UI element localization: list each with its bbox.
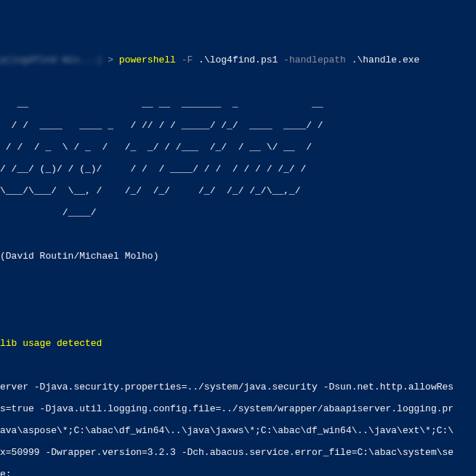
authors-line: (David Routin/Michael Molho) — [0, 251, 476, 262]
cmd-flag2: -handlepath — [278, 55, 351, 65]
ascii-banner-3: / / / _ \ / _ / /_ _/ / /___ /_/ / __ \/… — [0, 142, 476, 153]
prompt-arrow: > — [102, 55, 118, 65]
cmd-arg2: .\handle.exe — [352, 55, 420, 65]
ascii-banner-1: __ __ __ _______ _ __ — [0, 98, 476, 109]
proc-line: x=50999 -Dwrapper.version=3.2.3 -Dch.aba… — [0, 447, 476, 458]
prompt-line[interactable]: p(log4find Win...) > powershell -F .\log… — [0, 55, 476, 65]
ascii-banner-6: /____/ — [0, 207, 476, 218]
cmd-arg1: .\log4find.ps1 — [198, 55, 278, 65]
ascii-banner-4: / /__/ (_)/ / (_)/ / / / ____/ / / / / /… — [0, 164, 476, 174]
cmd-flag1: -F — [176, 55, 198, 65]
proc-line: ava\aspose\*;C:\abac\df_win64\..\java\ja… — [0, 425, 476, 436]
proc-line: erver -Djava.security.properties=../syst… — [0, 382, 476, 392]
ascii-banner-2: / / ____ ____ _ / // / / _____/ /_/ ____… — [0, 120, 476, 131]
proc-line: s=true -Djava.util.logging.config.file=.… — [0, 403, 476, 414]
cmd-name: powershell — [119, 55, 176, 65]
proc-line: e: — [0, 469, 476, 476]
prompt-host: p(log4find Win...) — [0, 55, 102, 65]
terminal-window: p(log4find Win...) > powershell -F .\log… — [0, 44, 476, 476]
detected-header-1: lib usage detected — [0, 338, 476, 349]
ascii-banner-5: \___/\___/ \__, / /_/ /_/ /_/ /_/ /_/\__… — [0, 185, 476, 196]
